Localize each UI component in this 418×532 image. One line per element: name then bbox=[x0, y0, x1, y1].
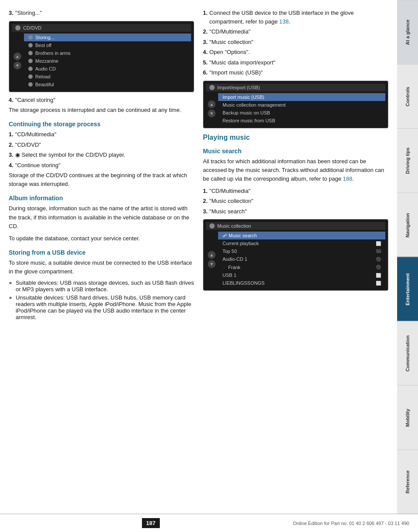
usb1-icon: ⬜ bbox=[376, 273, 381, 278]
usb-cd-icon bbox=[209, 85, 215, 90]
left-column: 3. "Storing..." CD/DVD Storing... bbox=[9, 9, 194, 322]
sidebar-tab-navigation[interactable]: Navigation bbox=[397, 193, 418, 257]
top50-num: 50 bbox=[376, 249, 381, 254]
usb-menu: Import music (USB) Music collection mana… bbox=[218, 92, 385, 125]
usb-item-restore: Restore music from USB bbox=[218, 117, 385, 125]
sidebar: At a glance Controls Driving tips Naviga… bbox=[397, 0, 418, 514]
footer: 187 Online Edition for Part no. 01 40 2 … bbox=[0, 514, 418, 532]
right-step3: 3. "Music collection" bbox=[203, 38, 388, 47]
menu-item-mezzanine: Mezzanine bbox=[24, 57, 191, 65]
cont-step2-text: "CD/DVD" bbox=[15, 141, 41, 149]
cont-step2: 2. "CD/DVD" bbox=[9, 141, 194, 149]
bullet2-line: ► Unsuitable devices: USB hard drives, U… bbox=[9, 294, 194, 320]
music-screenshot: Music collection ☍ Music search Cu bbox=[203, 219, 388, 291]
step3-text: "Storing..." bbox=[15, 9, 42, 17]
item-icon-storing bbox=[28, 35, 33, 40]
music-item-usb1: USB 1 ⬜ bbox=[218, 271, 385, 279]
playing-heading: Playing music bbox=[203, 134, 388, 141]
sidebar-tab-entertainment[interactable]: Entertainment bbox=[397, 257, 418, 321]
sidebar-tab-controls[interactable]: Controls bbox=[397, 64, 418, 129]
storing-screenshot: CD/DVD Storing... Best off bbox=[9, 21, 194, 92]
item-icon-audiocd bbox=[28, 67, 33, 71]
step4-num: 4. bbox=[9, 96, 13, 104]
bullet1-arrow: ► bbox=[9, 280, 13, 285]
menu-item-beautiful: Beautiful bbox=[24, 81, 191, 88]
bullet2-text: Unsuitable devices: USB hard drives, USB… bbox=[16, 294, 194, 320]
right-step5-text: "Music data import/export" bbox=[209, 58, 276, 67]
lieblings-icon: ⬜ bbox=[376, 281, 381, 286]
music-item-top50: Top 50 50 bbox=[218, 247, 385, 255]
music-item-frank: ✓ Frank ⚫ bbox=[218, 263, 385, 271]
sidebar-tab-reference[interactable]: Reference bbox=[397, 450, 418, 514]
ms-step2-num: 2. bbox=[203, 197, 208, 205]
screenshot-inner: Storing... Best off Brothers in arms bbox=[12, 33, 191, 89]
storing-usb-para: To store music, a suitable device must b… bbox=[9, 259, 194, 276]
menu-item-brothers: Brothers in arms bbox=[24, 49, 191, 57]
cont-step4-num: 4. bbox=[9, 161, 13, 170]
page-number: 187 bbox=[142, 518, 160, 528]
cont-step3-num: 3. bbox=[9, 151, 13, 159]
audiocd1-icon: ⚫ bbox=[376, 257, 381, 262]
screenshot-menu: Storing... Best off Brothers in arms bbox=[24, 33, 191, 89]
usb-item-backup: Backup music on USB bbox=[218, 109, 385, 117]
right-step2-num: 2. bbox=[203, 27, 208, 36]
album-para1: During storage, information such as the … bbox=[9, 204, 194, 230]
item-icon-reload bbox=[28, 74, 33, 79]
right-step5: 5. "Music data import/export" bbox=[203, 58, 388, 67]
footer-copyright: Online Edition for Part no. 01 40 2 606 … bbox=[293, 521, 409, 526]
storing-usb-heading: Storing from a USB device bbox=[9, 249, 194, 256]
right-step4-text: Open "Options". bbox=[209, 48, 250, 57]
music-inner: ☍ Music search Current playback ⬜ Top 50… bbox=[206, 231, 385, 288]
right-step3-text: "Music collection" bbox=[209, 38, 253, 47]
menu-item-bestoff: Best off bbox=[24, 41, 191, 49]
music-wrapper: ☍ Music search Current playback ⬜ Top 50… bbox=[206, 231, 385, 288]
right-step4-num: 4. bbox=[203, 48, 208, 57]
current-icon: ⬜ bbox=[376, 241, 381, 246]
right-step6-num: 6. bbox=[203, 68, 208, 77]
usb-screenshot: Import/export (USB) Import music (USB) M… bbox=[203, 81, 388, 128]
music-nav-down: ▼ bbox=[208, 260, 216, 268]
usb-nav-up: ▲ bbox=[208, 100, 216, 108]
cont-step1: 1. "CD/Multimedia" bbox=[9, 130, 194, 139]
right-step2: 2. "CD/Multimedia" bbox=[203, 27, 388, 36]
music-item-current: Current playback ⬜ bbox=[218, 239, 385, 247]
ms-step1-num: 1. bbox=[203, 187, 208, 195]
right-step1-text: Connect the USB device to the USB interf… bbox=[209, 9, 388, 26]
music-search-para-text: All tracks for which additional informat… bbox=[203, 158, 384, 182]
cont-step1-text: "CD/Multimedia" bbox=[15, 130, 56, 139]
nav-down-arrow: ▼ bbox=[13, 61, 21, 69]
frank-icon: ⚫ bbox=[376, 265, 381, 269]
music-nav-arrows: ▲ ▼ bbox=[208, 251, 216, 268]
link-138[interactable]: 138 bbox=[279, 18, 289, 25]
item-icon-beautiful bbox=[28, 82, 33, 87]
checkmark-frank: ✓ bbox=[222, 264, 226, 270]
right-column: 1. Connect the USB device to the USB int… bbox=[203, 9, 388, 322]
ms-step3-num: 3. bbox=[203, 207, 208, 216]
screenshot-wrapper: Storing... Best off Brothers in arms bbox=[12, 33, 191, 89]
sidebar-tab-mobility[interactable]: Mobility bbox=[397, 385, 418, 450]
album-para2: To update the database, contact your ser… bbox=[9, 234, 194, 243]
album-heading: Album information bbox=[9, 195, 194, 202]
right-step1-num: 1. bbox=[203, 9, 208, 26]
item-icon-bestoff bbox=[28, 43, 33, 47]
bullet1-text: Suitable devices: USB mass storage devic… bbox=[16, 279, 194, 293]
step4-line: 4. "Cancel storing" bbox=[9, 96, 194, 104]
right-step6-text: "Import music (USB)" bbox=[209, 68, 263, 77]
link-188[interactable]: 188 bbox=[343, 175, 353, 182]
cd-icon bbox=[15, 25, 20, 30]
usb-item-management: Music collection management bbox=[218, 101, 385, 109]
sidebar-tab-driving-tips[interactable]: Driving tips bbox=[397, 128, 418, 193]
bullet1-line: ► Suitable devices: USB mass storage dev… bbox=[9, 279, 194, 293]
sidebar-tab-communication[interactable]: Communication bbox=[397, 321, 418, 386]
nav-up-arrow: ▲ bbox=[13, 52, 21, 60]
ms-step2-text: "Music collection" bbox=[209, 197, 253, 205]
screenshot-title: CD/DVD bbox=[23, 25, 41, 30]
ms-step2: 2. "Music collection" bbox=[203, 197, 388, 205]
ms-step1: 1. "CD/Multimedia" bbox=[203, 187, 388, 195]
sidebar-tab-at-a-glance[interactable]: At a glance bbox=[397, 0, 418, 64]
cont-step3-text: ◉ Select the symbol for the CD/DVD playe… bbox=[15, 151, 125, 159]
right-step4: 4. Open "Options". bbox=[203, 48, 388, 57]
continuing-desc: Storage of the CD/DVD continues at the b… bbox=[9, 171, 194, 189]
interrupted-para: The storage process is interrupted and c… bbox=[9, 106, 194, 114]
cont-step4: 4. "Continue storing" bbox=[9, 161, 194, 170]
